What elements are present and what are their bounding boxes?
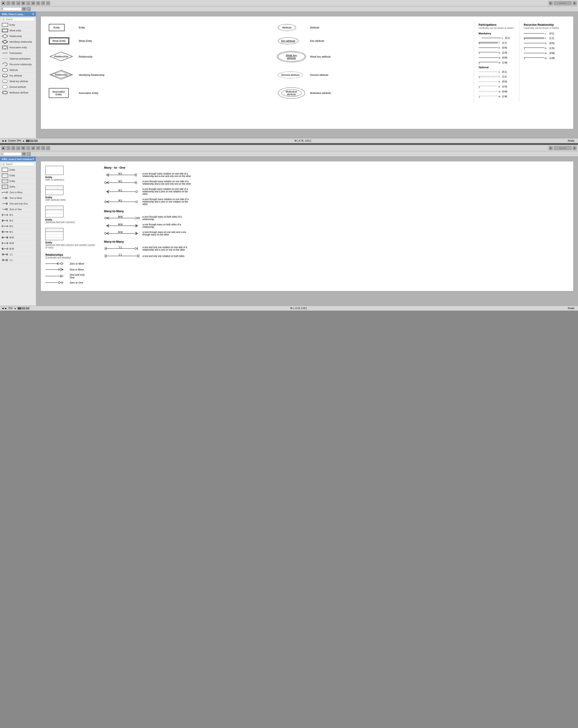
toolbar2-btn-2[interactable]: □ [6, 146, 10, 150]
sidebar-cf-entity-3[interactable]: Entity [0, 178, 36, 184]
toolbar-top: ▶ □ ⊙ ▭ ⊞ ↕ ⇌ ⇔ ↗ ⤢ ⊕ ───── ⊕ [0, 0, 578, 6]
sidebar-cf-one-one[interactable]: One and only One [0, 201, 36, 207]
toolbar-search-btn[interactable]: 🔍 [27, 7, 31, 11]
toolbar-btn-1[interactable]: ▶ [1, 1, 5, 5]
sidebar-cf-entity-1[interactable]: Entity [0, 167, 36, 173]
toolbar2-btn-3[interactable]: ⊙ [11, 146, 15, 150]
toolbar-btn-6[interactable]: ↕ [26, 1, 30, 5]
sidebar-cf-m1-2[interactable]: M:1 [0, 218, 36, 224]
status2-zoom-up[interactable]: ▲ [14, 307, 16, 310]
sidebar-item-derived[interactable]: Derived attribute [0, 84, 36, 90]
svg-text:1: 1 [479, 86, 480, 88]
cf-m2o-desc-4: a zero through many notation on one side… [143, 198, 192, 205]
weak-entity-box: Weak Entity [49, 37, 69, 45]
cf-entity-cols-box [45, 206, 64, 217]
svg-point-13 [2, 80, 8, 83]
cf-entity-var-header [46, 228, 63, 232]
toolbar2-btn-1[interactable]: ▶ [1, 146, 5, 150]
cf-m1-2-icon [2, 218, 8, 223]
sidebar-header-chens: ERD, Chen's nota... ✕ [0, 12, 36, 17]
toolbar-btn-7[interactable]: ⇌ [31, 1, 35, 5]
sidebar-cf-m1-3[interactable]: M:1 [0, 224, 36, 229]
toolbar2-btn-7[interactable]: ⇌ [31, 146, 35, 150]
page-dot-3[interactable] [34, 140, 38, 142]
search-input[interactable] [1, 17, 35, 21]
status2-nav-left[interactable]: ◀ [2, 307, 4, 310]
sidebar-item-weak-key[interactable]: Weak key attribute [0, 79, 36, 84]
toolbar2-zoom-out[interactable]: ⊕ [573, 146, 577, 150]
toolbar-btn-5[interactable]: ⊞ [21, 1, 25, 5]
page2-dot-2[interactable] [22, 307, 25, 310]
sidebar-cf-m1-1[interactable]: M:1 [0, 212, 36, 218]
status-zoom-up[interactable]: ▲ [22, 139, 25, 142]
status2-nav-right[interactable]: ▶ [5, 307, 7, 310]
sidebar-cf-mm-1[interactable]: M:M [0, 235, 36, 240]
toolbar-zoom-in[interactable]: ⊕ [549, 1, 553, 5]
derived-shape-cell: Derived attribute [275, 66, 308, 84]
weak-key-ellipse: Weak key attribute [278, 52, 305, 61]
toolbar2-zoom-slider[interactable]: ───── [554, 146, 572, 150]
toolbar2-btn-6[interactable]: ↕ [26, 146, 30, 150]
toolbar-btn-4[interactable]: ▭ [16, 1, 20, 5]
toolbar-input[interactable] [3, 7, 21, 10]
sidebar-cf-zero-more[interactable]: Zero or More [0, 190, 36, 195]
toolbar2-btn-5[interactable]: ⊞ [21, 146, 25, 150]
sidebar-cf-11-2[interactable]: 1:1 [0, 257, 36, 263]
sidebar-item-participation[interactable]: Participation [0, 50, 36, 56]
toolbar2-zoom-in[interactable]: ⊕ [549, 146, 553, 150]
toolbar-btn-2[interactable]: □ [6, 1, 10, 5]
derived-text-cell: Derived attribute [308, 66, 474, 84]
toolbar-btn-3[interactable]: ⊙ [11, 1, 15, 5]
toolbar-btn-9[interactable]: ↗ [41, 1, 45, 5]
sidebar-item-entity[interactable]: Entity [0, 22, 36, 28]
sidebar-cf-11-1[interactable]: 1:1 [0, 252, 36, 257]
sidebar-item-assoc[interactable]: Associative entity [0, 45, 36, 50]
svg-text:1: 1 [479, 76, 480, 78]
sidebar-cf-entity-4[interactable]: Entity [0, 184, 36, 190]
sidebar-item-attribute[interactable]: Attribute [0, 67, 36, 73]
sidebar-cf-one-more[interactable]: One or More [0, 195, 36, 201]
toolbar2-grid[interactable]: ⊞ [22, 152, 26, 156]
svg-line-187 [135, 218, 138, 219]
status-nav-right[interactable]: ▶ [5, 139, 7, 142]
sidebar-item-opt-part[interactable]: Optional participation [0, 56, 36, 62]
rec-line-11-svg: 11 [524, 36, 549, 40]
toolbar2-btn-4[interactable]: ▭ [16, 146, 20, 150]
page-dot-1[interactable] [26, 140, 30, 142]
toolbar2-input[interactable] [3, 152, 21, 156]
status2-zoom[interactable]: 75% [8, 307, 12, 310]
sidebar-cf-mm-2[interactable]: M:M [0, 240, 36, 246]
toolbar2-btn-10[interactable]: ⤢ [46, 146, 50, 150]
toolbar2-btn-8[interactable]: ⇔ [36, 146, 40, 150]
sidebar-item-recursive[interactable]: Recursive relationship [0, 62, 36, 67]
toolbar2-btn-9[interactable]: ↗ [41, 146, 45, 150]
sidebar-cf-entity-2[interactable]: Entity [0, 173, 36, 178]
search-input-cf[interactable] [1, 162, 35, 166]
part-line-1N-svg: 1N [479, 51, 501, 54]
page-dot-2[interactable] [30, 140, 34, 142]
rel-shape-cell: Relationship [45, 47, 77, 66]
toolbar-grid[interactable]: ⊞ [22, 7, 26, 11]
sidebar-cf-zero-one[interactable]: Zero or One [0, 207, 36, 212]
sidebar-item-multivalue[interactable]: Multivalue attribute [0, 90, 36, 96]
sidebar-item-weak-entity[interactable]: Weak entity [0, 28, 36, 33]
status-zoom[interactable]: Custom 79% [8, 139, 21, 142]
sidebar-cf-close-icon[interactable]: ✕ [32, 158, 34, 160]
status-nav-left[interactable]: ◀ [2, 139, 4, 142]
page2-dot-1[interactable] [18, 307, 21, 310]
toolbar-btn-8[interactable]: ⇔ [36, 1, 40, 5]
sidebar-close-icon[interactable]: ✕ [32, 12, 34, 16]
toolbar-zoom-slider[interactable]: ───── [554, 1, 572, 5]
sidebar-cf-mm-3[interactable]: M:M [0, 246, 36, 252]
toolbar-zoom-out[interactable]: ⊕ [573, 1, 577, 5]
cf-entity-3-area: Entity (attributes field with columns) [45, 206, 97, 224]
sidebar-item-id-rel[interactable]: Identifying relationship [0, 39, 36, 45]
sidebar-item-key-attr[interactable]: Key attribute [0, 73, 36, 79]
sidebar-item-relationship[interactable]: Relationship [0, 33, 36, 39]
toolbar2-search-btn[interactable]: 🔍 [27, 152, 31, 156]
cf-rel-key-subtitle: (Cardinality and Modality) [45, 256, 97, 259]
sidebar-cf-m1-4[interactable]: M:1 [0, 229, 36, 235]
page2-dot-3[interactable] [26, 307, 29, 310]
toolbar-btn-10[interactable]: ⤢ [46, 1, 50, 5]
svg-line-186 [135, 217, 138, 218]
